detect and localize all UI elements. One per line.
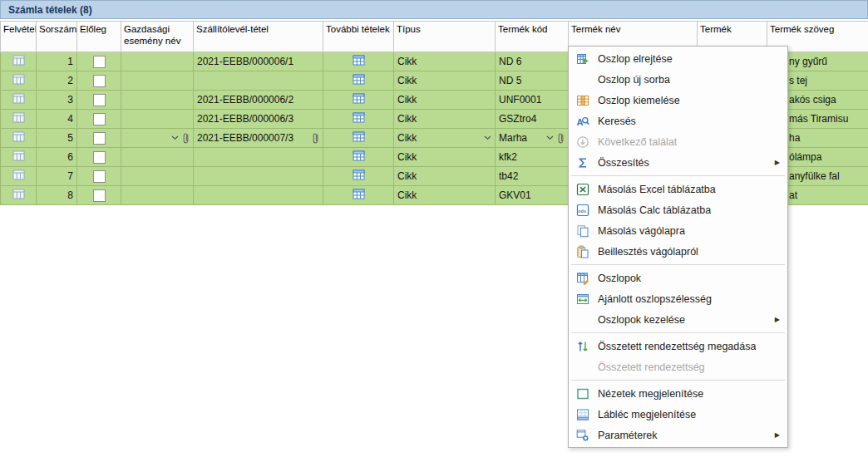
- dropdown-chevron-icon[interactable]: [484, 135, 491, 140]
- eloleg-checkbox[interactable]: [93, 170, 106, 183]
- felvetel-cell[interactable]: [1, 71, 37, 91]
- termek-kod-cell[interactable]: Marha: [496, 129, 569, 148]
- termek-kod-cell[interactable]: ND 6: [496, 52, 569, 71]
- szallitolevel-tetel-cell[interactable]: [194, 148, 323, 167]
- context-menu-item[interactable]: Oszlop új sorba ▶: [569, 69, 787, 90]
- context-menu-item[interactable]: Paraméterek ▶: [569, 425, 787, 445]
- eloleg-cell[interactable]: [77, 91, 121, 110]
- context-menu-item[interactable]: Oszlop elrejtése ▶: [569, 48, 787, 69]
- context-menu-item[interactable]: Másolás Excel táblázatba ▶: [569, 179, 787, 199]
- sorszam-cell[interactable]: 1: [37, 52, 77, 71]
- tovabbi-tetelek-cell[interactable]: [323, 110, 394, 129]
- column-header-tovabbi-tetelek[interactable]: További tételek: [323, 22, 394, 52]
- szallitolevel-tetel-cell[interactable]: 2021-EEBB/000006/2: [194, 91, 323, 110]
- detail-table-icon[interactable]: [353, 131, 365, 142]
- eloleg-cell[interactable]: [77, 148, 121, 167]
- termek-kod-cell[interactable]: UNF0001: [496, 91, 569, 110]
- gazdasagi-esemeny-cell[interactable]: [121, 52, 194, 71]
- tovabbi-tetelek-cell[interactable]: [323, 71, 394, 91]
- felvetel-cell[interactable]: [1, 186, 37, 205]
- gazdasagi-esemeny-cell[interactable]: [121, 148, 194, 167]
- tovabbi-tetelek-cell[interactable]: [323, 52, 394, 71]
- eloleg-checkbox[interactable]: [93, 132, 106, 145]
- felvetel-cell[interactable]: [1, 129, 37, 148]
- gazdasagi-esemeny-cell[interactable]: [121, 129, 194, 148]
- sorszam-cell[interactable]: 6: [37, 148, 77, 167]
- eloleg-cell[interactable]: [77, 71, 121, 91]
- row-copy-icon[interactable]: [12, 93, 25, 104]
- szallitolevel-tetel-cell[interactable]: [194, 186, 323, 205]
- row-copy-icon[interactable]: [12, 170, 25, 180]
- tipus-cell[interactable]: Cikk: [394, 186, 496, 205]
- eloleg-checkbox[interactable]: [93, 151, 106, 164]
- attachment-icon[interactable]: [312, 132, 319, 145]
- row-copy-icon[interactable]: [12, 150, 25, 161]
- szallitolevel-tetel-cell[interactable]: [194, 167, 323, 186]
- sorszam-cell[interactable]: 7: [37, 167, 77, 186]
- context-menu-item[interactable]: Oszlopok kezelése ▶: [569, 309, 787, 330]
- row-copy-icon[interactable]: [12, 74, 25, 85]
- detail-table-icon[interactable]: [353, 112, 365, 123]
- context-menu-item[interactable]: Másolás vágólapra ▶: [569, 220, 787, 241]
- felvetel-cell[interactable]: [1, 148, 37, 167]
- tipus-cell[interactable]: Cikk: [394, 71, 496, 91]
- detail-table-icon[interactable]: [353, 150, 365, 161]
- dropdown-chevron-icon[interactable]: [546, 135, 554, 140]
- column-header-eloleg[interactable]: Előleg: [77, 22, 121, 52]
- sorszam-cell[interactable]: 3: [37, 91, 77, 110]
- termek-kod-cell[interactable]: GSZtro4: [496, 110, 569, 129]
- szallitolevel-tetel-cell[interactable]: 2021-EEBB/000006/3: [194, 110, 323, 129]
- eloleg-checkbox[interactable]: [93, 113, 106, 125]
- detail-table-icon[interactable]: [353, 170, 365, 180]
- eloleg-checkbox[interactable]: [93, 94, 106, 106]
- eloleg-cell[interactable]: [77, 167, 121, 186]
- context-menu-item[interactable]: A Keresés ▶: [569, 111, 787, 131]
- attachment-icon[interactable]: [182, 132, 190, 145]
- row-copy-icon[interactable]: [12, 112, 25, 123]
- context-menu-item[interactable]: Lábléc megjelenítése ▶: [569, 404, 787, 425]
- termek-kod-cell[interactable]: ND 5: [496, 71, 569, 91]
- gazdasagi-esemeny-cell[interactable]: [121, 167, 194, 186]
- detail-table-icon[interactable]: [353, 189, 365, 199]
- szallitolevel-tetel-cell[interactable]: 2021-EEBB/000007/3: [194, 129, 323, 148]
- context-menu-item[interactable]: Összesítés ▶: [569, 152, 787, 173]
- szallitolevel-tetel-cell[interactable]: 2021-EEBB/000006/1: [194, 52, 323, 71]
- context-menu-item[interactable]: Nézetek megjelenítése ▶: [569, 383, 787, 404]
- termek-kod-cell[interactable]: kfk2: [496, 148, 569, 167]
- gazdasagi-esemeny-cell[interactable]: [121, 91, 194, 110]
- context-menu-item[interactable]: Oszlop kiemelése ▶: [569, 90, 787, 111]
- eloleg-cell[interactable]: [77, 52, 121, 71]
- gazdasagi-esemeny-cell[interactable]: [121, 186, 194, 205]
- felvetel-cell[interactable]: [1, 110, 37, 129]
- eloleg-cell[interactable]: [77, 110, 121, 129]
- tovabbi-tetelek-cell[interactable]: [323, 167, 394, 186]
- termek-kod-cell[interactable]: tb42: [496, 167, 569, 186]
- felvetel-cell[interactable]: [1, 91, 37, 110]
- tipus-cell[interactable]: Cikk: [394, 167, 496, 186]
- detail-table-icon[interactable]: [353, 93, 365, 104]
- context-menu-item[interactable]: Beillesztés vágólapról ▶: [569, 241, 787, 262]
- tipus-cell[interactable]: Cikk: [394, 91, 496, 110]
- column-header-tipus[interactable]: Típus: [394, 22, 496, 52]
- row-copy-icon[interactable]: [12, 131, 25, 142]
- dropdown-chevron-icon[interactable]: [171, 135, 179, 140]
- tipus-cell[interactable]: Cikk: [394, 110, 496, 129]
- tipus-cell[interactable]: Cikk: [394, 148, 496, 167]
- eloleg-checkbox[interactable]: [93, 75, 106, 87]
- context-menu-item[interactable]: ods Másolás Calc táblázatba ▶: [569, 199, 787, 220]
- row-copy-icon[interactable]: [12, 189, 25, 199]
- eloleg-checkbox[interactable]: [93, 189, 106, 202]
- felvetel-cell[interactable]: [1, 167, 37, 186]
- context-menu-item[interactable]: Összetett rendezettség megadása ▶: [569, 336, 787, 356]
- sorszam-cell[interactable]: 8: [37, 186, 77, 205]
- termek-kod-cell[interactable]: GKV01: [496, 186, 569, 205]
- szallitolevel-tetel-cell[interactable]: [194, 71, 323, 91]
- attachment-icon[interactable]: [557, 132, 565, 145]
- eloleg-cell[interactable]: [77, 186, 121, 205]
- column-header-termek-kod[interactable]: Termék kód: [496, 22, 569, 52]
- column-header-gazdasagi[interactable]: Gazdasági esemény név: [121, 22, 194, 52]
- tipus-cell[interactable]: Cikk: [394, 52, 496, 71]
- gazdasagi-esemeny-cell[interactable]: [121, 110, 194, 129]
- detail-table-icon[interactable]: [353, 55, 365, 66]
- row-copy-icon[interactable]: [12, 55, 25, 66]
